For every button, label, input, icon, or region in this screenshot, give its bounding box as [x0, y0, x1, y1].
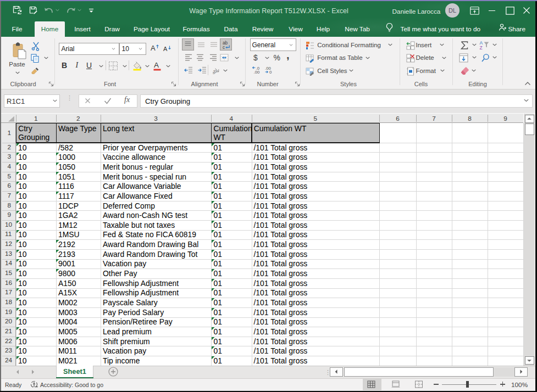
svg-text:c: c: [223, 44, 225, 50]
svg-text:Z: Z: [479, 44, 482, 49]
svg-text:A: A: [151, 44, 156, 52]
svg-text:.00: .00: [254, 70, 261, 74]
svg-text:A: A: [154, 61, 159, 69]
svg-text:0: 0: [269, 70, 272, 74]
svg-text:A: A: [163, 46, 168, 52]
